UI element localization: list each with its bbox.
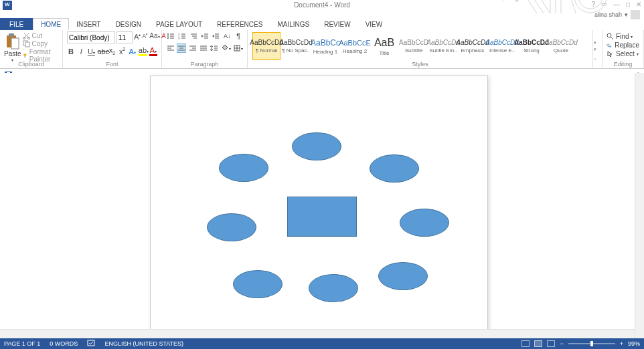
zoom-slider[interactable] <box>568 343 615 344</box>
svg-text:3: 3 <box>178 37 180 40</box>
print-layout-icon[interactable] <box>534 340 542 347</box>
svg-text:ab: ab <box>607 43 610 46</box>
styles-row-up-icon[interactable]: ▴ <box>594 39 601 45</box>
tab-references[interactable]: REFERENCES <box>210 18 270 30</box>
svg-point-13 <box>167 33 169 35</box>
shading-button[interactable]: ▾ <box>221 43 231 53</box>
style--normal[interactable]: AaBbCcDd¶ Normal <box>252 32 280 60</box>
change-case-button[interactable]: Aa▾ <box>149 32 159 43</box>
shrink-font-button[interactable]: A▾ <box>142 32 148 43</box>
svg-rect-11 <box>23 53 26 55</box>
ellipse-shape-3[interactable] <box>370 154 419 183</box>
ellipse-shape-6[interactable] <box>233 270 283 298</box>
horizontal-scrollbar[interactable] <box>0 329 635 338</box>
sort-button[interactable]: A↓ <box>222 31 232 41</box>
styles-row-down-icon[interactable]: ▾ <box>594 47 601 52</box>
tab-insert[interactable]: INSERT <box>69 18 108 30</box>
style-intense-e-[interactable]: AaBbCcDdIntense E.. <box>488 32 516 60</box>
style-emphasis[interactable]: AaBbCcDdEmphasis <box>459 32 487 60</box>
status-language[interactable]: ENGLISH (UNITED STATES) <box>104 340 183 347</box>
user-name[interactable]: alina shah <box>594 11 622 18</box>
status-page[interactable]: PAGE 1 OF 1 <box>4 340 40 347</box>
close-icon[interactable]: ✕ <box>636 1 641 8</box>
ellipse-shape-1[interactable] <box>292 132 341 160</box>
word-app-icon <box>3 1 12 10</box>
underline-button[interactable]: U▾ <box>87 47 95 55</box>
document-page[interactable] <box>150 76 488 338</box>
show-marks-button[interactable]: ¶ <box>234 31 243 41</box>
status-proofing-icon[interactable] <box>87 340 95 348</box>
select-button[interactable]: Select ▾ <box>607 50 639 57</box>
svg-point-15 <box>167 35 169 37</box>
status-words[interactable]: 0 WORDS <box>50 340 78 347</box>
italic-button[interactable]: I <box>77 47 85 55</box>
svg-rect-10 <box>25 42 29 47</box>
bullets-button[interactable] <box>166 31 175 41</box>
align-right-button[interactable] <box>188 43 197 53</box>
ellipse-shape-7[interactable] <box>309 274 358 302</box>
grow-font-button[interactable]: A▴ <box>134 32 141 43</box>
cut-button[interactable]: Cut <box>23 32 58 39</box>
file-tab[interactable]: FILE <box>0 18 33 30</box>
tab-page-layout[interactable]: PAGE LAYOUT <box>149 18 210 30</box>
svg-rect-6 <box>11 38 19 49</box>
tab-design[interactable]: DESIGN <box>108 18 149 30</box>
help-icon[interactable]: ? <box>591 1 595 8</box>
tab-review[interactable]: REVIEW <box>317 18 357 30</box>
styles-more-icon[interactable]: ⎯ <box>594 54 601 59</box>
tab-mailings[interactable]: MAILINGS <box>270 18 317 30</box>
tab-view[interactable]: VIEW <box>358 18 390 30</box>
vertical-scrollbar[interactable] <box>635 73 644 338</box>
rectangle-shape[interactable] <box>287 197 357 237</box>
avatar[interactable] <box>631 10 640 19</box>
svg-line-53 <box>611 37 613 39</box>
style-strong[interactable]: AaBbCcDdStrong <box>517 32 546 60</box>
align-left-button[interactable] <box>166 43 175 53</box>
zoom-in-button[interactable]: + <box>620 340 623 347</box>
increase-indent-button[interactable] <box>211 31 220 41</box>
bold-button[interactable]: B <box>67 47 75 55</box>
highlight-button[interactable]: ab▾ <box>139 46 147 56</box>
line-spacing-button[interactable] <box>210 43 219 53</box>
text-effects-button[interactable]: A▾ <box>129 47 137 55</box>
web-layout-icon[interactable] <box>547 340 555 347</box>
svg-point-3 <box>515 0 518 1</box>
style-subtle-em-[interactable]: AaBbCcDdSubtle Em.. <box>429 32 457 60</box>
minimize-icon[interactable]: — <box>613 1 620 8</box>
read-mode-icon[interactable] <box>521 340 530 347</box>
style-heading-2[interactable]: AaBbCcEHeading 2 <box>341 32 369 60</box>
numbering-button[interactable]: 123 <box>177 31 187 41</box>
copy-button[interactable]: Copy <box>23 40 58 47</box>
ellipse-shape-4[interactable] <box>207 213 256 241</box>
style--no-spac-[interactable]: AaBbCcDd¶ No Spac.. <box>282 32 310 60</box>
multilevel-button[interactable] <box>189 31 198 41</box>
paragraph-group-label: Paragraph <box>190 61 218 68</box>
ellipse-shape-8[interactable] <box>378 262 428 290</box>
zoom-out-button[interactable]: − <box>560 340 563 347</box>
editing-group-label: Editing <box>614 61 633 68</box>
style-heading-1[interactable]: AaBbCcHeading 1 <box>311 32 339 60</box>
superscript-button[interactable]: x2 <box>118 47 127 55</box>
justify-button[interactable] <box>199 43 208 53</box>
style-quote[interactable]: AaBbCcDdQuote <box>547 32 575 60</box>
font-name-select[interactable] <box>67 31 115 43</box>
ribbon-options-icon[interactable]: ▭ <box>601 1 607 8</box>
ellipse-shape-5[interactable] <box>400 209 449 237</box>
font-color-button[interactable]: A▾ <box>149 46 157 56</box>
replace-button[interactable]: abReplace <box>607 41 639 49</box>
tab-home[interactable]: HOME <box>33 18 69 30</box>
maximize-icon[interactable]: □ <box>626 1 630 8</box>
align-center-button[interactable] <box>177 43 186 53</box>
ellipse-shape-2[interactable] <box>219 154 268 182</box>
style-subtitle[interactable]: AaBbCcDSubtitle <box>400 32 428 60</box>
find-button[interactable]: Find ▾ <box>607 33 639 40</box>
zoom-level[interactable]: 99% <box>628 340 640 347</box>
window-title: Document4 - Word <box>294 1 350 9</box>
borders-button[interactable]: ▾ <box>233 43 243 53</box>
decrease-indent-button[interactable] <box>200 31 210 41</box>
strike-button[interactable]: abc <box>97 47 106 55</box>
font-size-select[interactable] <box>116 31 133 43</box>
svg-rect-12 <box>24 55 25 57</box>
style-title[interactable]: AaBTitle <box>370 32 398 60</box>
subscript-button[interactable]: x2 <box>108 46 116 55</box>
